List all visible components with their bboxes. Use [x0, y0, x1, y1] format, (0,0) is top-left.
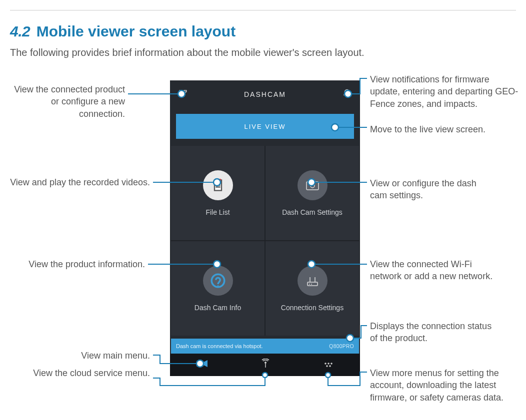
tile-grid: File List Dash Cam Settings — [171, 146, 359, 336]
app-title: DASHCAM — [244, 90, 286, 98]
file-list-icon — [203, 170, 233, 200]
svg-point-28 — [326, 365, 328, 367]
callout-more-menu: View more menus for setting the account,… — [370, 367, 520, 404]
svg-point-27 — [330, 363, 332, 365]
callout-network: View the connected product or configure … — [10, 83, 125, 120]
network-icon[interactable] — [178, 89, 188, 100]
callout-cloud-menu: View the cloud service menu. — [10, 367, 150, 379]
callout-connection: View the connected Wi-Fi network or add … — [370, 258, 500, 283]
page-rule — [10, 10, 516, 10]
callout-info: View the product information. — [10, 258, 145, 270]
status-text: Dash cam is connected via hotspot. — [176, 343, 263, 349]
svg-point-19 — [309, 284, 310, 285]
status-model: Q800PRO — [329, 344, 354, 349]
svg-point-29 — [329, 365, 331, 367]
svg-point-25 — [324, 363, 326, 365]
cloud-antenna-icon[interactable] — [260, 359, 270, 371]
settings-icon — [298, 170, 328, 200]
tile-settings[interactable]: Dash Cam Settings — [266, 146, 359, 240]
live-view-label: LIVE VIEW — [244, 123, 286, 130]
callout-file-list: View and play the recorded videos. — [10, 176, 150, 188]
diagram-stage: DASHCAM LIVE VIEW File List — [10, 73, 516, 420]
tile-file-list-label: File List — [206, 208, 230, 216]
tile-info-label: Dash Cam Info — [194, 304, 241, 312]
bell-icon[interactable] — [342, 89, 352, 100]
callout-status: Displays the connection status of the pr… — [370, 320, 500, 345]
svg-rect-2 — [182, 95, 184, 96]
info-icon — [203, 266, 233, 296]
section-title: Mobile viewer screen layout — [36, 23, 236, 39]
svg-rect-8 — [216, 179, 220, 181]
intro-text: The following provides brief information… — [10, 47, 516, 58]
svg-point-13 — [310, 184, 314, 188]
callout-live: Move to the live view screen. — [370, 123, 495, 135]
more-icon[interactable] — [324, 360, 334, 370]
phone-header: DASHCAM — [170, 80, 360, 108]
camera-icon[interactable] — [196, 360, 208, 370]
svg-rect-0 — [180, 90, 182, 92]
svg-rect-21 — [196, 361, 204, 367]
svg-marker-22 — [204, 360, 208, 367]
bottom-nav — [170, 354, 360, 376]
svg-point-26 — [328, 363, 330, 365]
callout-notifications: View notifications for firmware update, … — [370, 73, 520, 110]
tile-info[interactable]: Dash Cam Info — [171, 241, 264, 336]
svg-point-15 — [217, 285, 218, 286]
svg-rect-12 — [306, 182, 318, 190]
svg-rect-1 — [184, 90, 186, 92]
status-bar: Dash cam is connected via hotspot. Q800P… — [171, 339, 359, 354]
svg-rect-16 — [308, 282, 318, 286]
tile-file-list[interactable]: File List — [171, 146, 264, 240]
callout-settings: View or configure the dash cam settings. — [370, 177, 495, 202]
svg-point-23 — [264, 362, 266, 364]
callout-main-menu: View main menu. — [10, 350, 150, 362]
tile-connection[interactable]: Connection Settings — [266, 241, 359, 336]
svg-point-20 — [311, 284, 312, 285]
section-number: 4.2 — [10, 23, 30, 39]
tile-connection-label: Connection Settings — [281, 304, 344, 312]
wifi-router-icon — [298, 266, 328, 296]
tile-settings-label: Dash Cam Settings — [282, 208, 342, 216]
phone-mock: DASHCAM LIVE VIEW File List — [170, 80, 360, 375]
live-view-button[interactable]: LIVE VIEW — [176, 114, 354, 139]
section-heading: 4.2 Mobile viewer screen layout — [10, 23, 516, 40]
